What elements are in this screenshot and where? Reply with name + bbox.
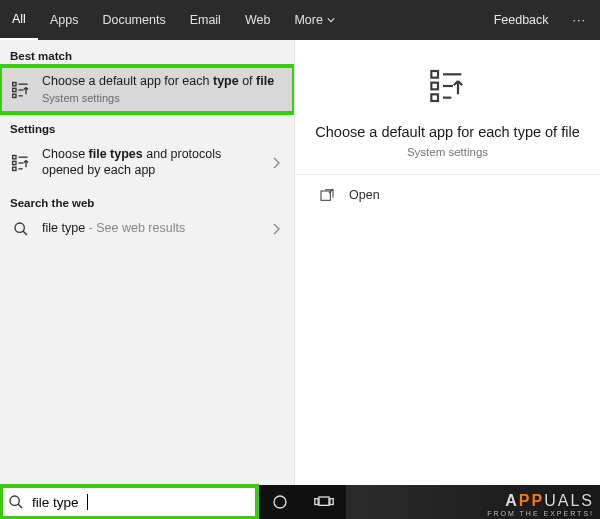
section-best-match: Best match — [0, 40, 294, 66]
text-cursor — [87, 494, 88, 510]
action-open[interactable]: Open — [295, 175, 600, 215]
svg-rect-6 — [13, 156, 16, 159]
top-tab-bar: All Apps Documents Email Web More Feedba… — [0, 0, 600, 40]
taskbar-apps-area: APPUALS FROM THE EXPERTS! — [346, 485, 600, 519]
detail-pane: Choose a default app for each type of fi… — [295, 40, 600, 485]
svg-point-21 — [10, 496, 19, 505]
open-icon — [319, 187, 335, 203]
detail-title: Choose a default app for each type of fi… — [315, 124, 580, 140]
svg-rect-16 — [431, 83, 438, 90]
chevron-right-icon — [272, 223, 284, 235]
result-web-filetype-text: file type - See web results — [42, 221, 262, 237]
svg-rect-2 — [13, 88, 16, 91]
tab-more-label: More — [294, 13, 322, 27]
tab-all[interactable]: All — [0, 0, 38, 40]
search-icon — [10, 221, 32, 237]
svg-line-13 — [23, 231, 27, 235]
cortana-button[interactable] — [258, 485, 302, 519]
svg-rect-24 — [319, 497, 329, 505]
svg-point-23 — [274, 496, 286, 508]
tab-email[interactable]: Email — [178, 0, 233, 40]
svg-rect-10 — [13, 167, 16, 170]
svg-rect-0 — [13, 82, 16, 85]
result-best-match-sub: System settings — [42, 92, 284, 106]
svg-rect-25 — [315, 499, 318, 505]
tab-apps[interactable]: Apps — [38, 0, 91, 40]
search-input[interactable]: file type — [32, 495, 79, 510]
results-pane: Best match Choose a default app for each… — [0, 40, 295, 485]
action-open-label: Open — [349, 188, 380, 202]
task-view-button[interactable] — [302, 485, 346, 519]
svg-rect-4 — [13, 94, 16, 97]
feedback-link[interactable]: Feedback — [484, 13, 559, 27]
tab-documents[interactable]: Documents — [90, 0, 177, 40]
chevron-down-icon — [327, 16, 335, 24]
svg-rect-8 — [13, 161, 16, 164]
result-best-match[interactable]: Choose a default app for each type of fi… — [0, 66, 294, 113]
taskbar: file type APPUALS FROM THE EXPERTS! — [0, 485, 600, 519]
chevron-right-icon — [272, 157, 284, 169]
section-search-web: Search the web — [0, 187, 294, 213]
result-setting-filetypes-text: Choose file types and protocols opened b… — [42, 147, 262, 178]
default-apps-icon — [10, 80, 32, 100]
svg-line-22 — [18, 504, 22, 508]
svg-rect-14 — [431, 71, 438, 78]
detail-subtitle: System settings — [315, 146, 580, 158]
search-box[interactable]: file type — [0, 485, 258, 519]
more-options-button[interactable]: ··· — [559, 13, 600, 27]
search-icon — [8, 494, 24, 510]
watermark: APPUALS FROM THE EXPERTS! — [487, 492, 594, 517]
detail-header: Choose a default app for each type of fi… — [295, 40, 600, 175]
tab-more[interactable]: More — [282, 0, 346, 40]
default-apps-icon — [428, 66, 468, 106]
svg-point-12 — [15, 223, 24, 232]
tab-web[interactable]: Web — [233, 0, 282, 40]
result-setting-filetypes[interactable]: Choose file types and protocols opened b… — [0, 139, 294, 186]
default-apps-icon — [10, 153, 32, 173]
svg-rect-18 — [431, 94, 438, 101]
result-best-match-text: Choose a default app for each type of fi… — [42, 74, 284, 105]
section-settings: Settings — [0, 113, 294, 139]
result-web-filetype[interactable]: file type - See web results — [0, 213, 294, 245]
svg-rect-26 — [330, 499, 333, 505]
